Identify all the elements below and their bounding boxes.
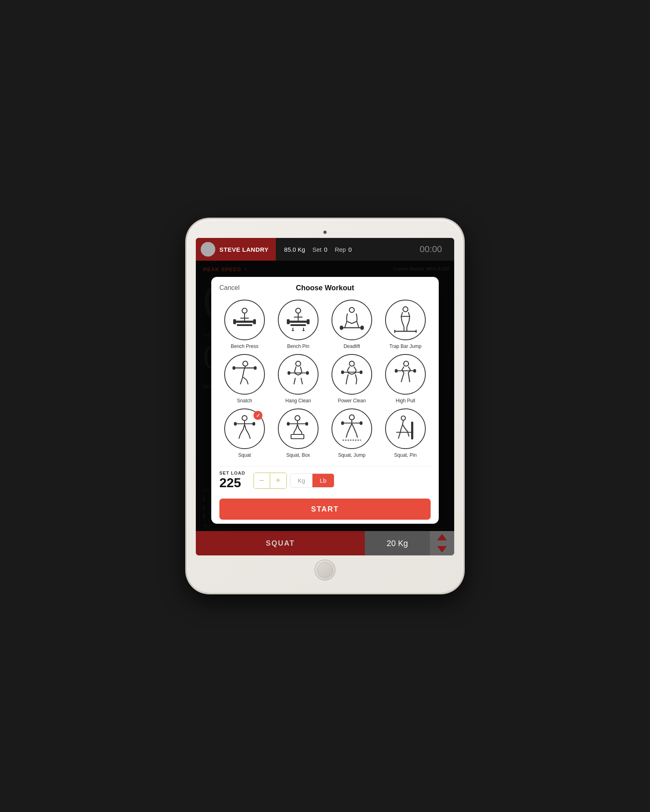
kg-unit-button[interactable]: Kg — [290, 474, 312, 487]
svg-rect-44 — [288, 371, 290, 375]
high-pull-label: High Pull — [396, 398, 415, 404]
bench-press-icon — [230, 306, 259, 334]
weight-value: 85.0 Kg — [284, 246, 305, 253]
rep-label: Rep — [335, 246, 346, 253]
squat-pin-icon-wrap — [385, 408, 426, 449]
hang-clean-icon — [284, 360, 312, 389]
svg-point-0 — [242, 308, 247, 313]
power-clean-label: Power Clean — [338, 398, 366, 404]
svg-point-69 — [349, 415, 354, 420]
svg-rect-38 — [254, 366, 257, 370]
svg-rect-77 — [411, 422, 413, 440]
power-clean-icon — [338, 360, 366, 389]
squat-box-icon-wrap — [278, 408, 318, 449]
increase-load-button[interactable]: + — [270, 473, 286, 488]
load-btn-group: − + — [254, 473, 287, 489]
exercise-item-power-clean[interactable]: Power Clean — [327, 354, 377, 404]
set-load-value: 225 — [219, 475, 245, 490]
svg-line-74 — [356, 433, 358, 438]
svg-rect-25 — [360, 326, 364, 330]
exercise-item-deadlift[interactable]: Deadlift — [327, 300, 377, 349]
svg-point-56 — [242, 416, 247, 421]
snatch-icon-wrap — [224, 354, 265, 395]
lb-unit-button[interactable]: Lb — [312, 474, 334, 487]
timer-display: 00:00 — [420, 244, 446, 255]
svg-point-26 — [403, 307, 408, 312]
svg-point-20 — [349, 307, 354, 312]
svg-rect-10 — [289, 321, 308, 323]
exercise-item-bench-pin[interactable]: Bench Pin — [273, 300, 323, 349]
exercise-item-squat-jump[interactable]: Squat, Jump — [327, 408, 377, 458]
svg-line-22 — [357, 322, 359, 328]
modal-overlay: Cancel Choose Workout — [196, 261, 454, 531]
svg-rect-3 — [253, 319, 256, 324]
squat-jump-label: Squat, Jump — [338, 452, 365, 458]
bottom-bar: SQUAT 20 Kg — [196, 531, 454, 555]
choose-workout-modal: Cancel Choose Workout — [211, 277, 439, 524]
svg-point-9 — [296, 308, 301, 313]
set-stat: Set 0 — [312, 246, 327, 253]
svg-line-79 — [399, 434, 400, 438]
set-label: Set — [312, 246, 322, 253]
weight-display: 20 Kg — [365, 531, 430, 555]
svg-point-42 — [296, 361, 301, 366]
unit-toggle: Kg Lb — [290, 473, 334, 488]
svg-rect-66 — [291, 434, 304, 439]
exercise-item-squat[interactable]: ✓ — [219, 408, 270, 458]
workout-type-button[interactable]: SQUAT — [196, 531, 365, 555]
exercise-item-snatch[interactable]: Snatch — [219, 354, 270, 404]
high-pull-icon-wrap — [385, 354, 426, 395]
exercise-grid: Bench Press — [219, 300, 431, 458]
exercise-item-squat-pin[interactable]: Squat, Pin — [380, 408, 431, 458]
tablet-shell: STEVE LANDRY 85.0 Kg Set 0 Rep 0 00:00 — [187, 219, 463, 593]
svg-line-40 — [243, 377, 247, 380]
svg-rect-45 — [306, 371, 309, 375]
home-button[interactable] — [314, 559, 336, 581]
home-button-inner — [317, 562, 333, 578]
modal-title: Choose Workout — [296, 284, 354, 292]
set-load-info: SET LOAD 225 — [219, 471, 245, 490]
svg-rect-51 — [360, 370, 362, 374]
weight-stat: 85.0 Kg — [284, 246, 305, 253]
weight-decrease-button[interactable] — [430, 543, 454, 555]
deadlift-label: Deadlift — [344, 343, 360, 349]
arrow-up-icon — [437, 534, 447, 540]
svg-rect-37 — [232, 366, 235, 370]
trap-bar-jump-icon — [391, 306, 420, 334]
header-stats: 85.0 Kg Set 0 Rep 0 00:00 — [276, 244, 454, 255]
selected-badge: ✓ — [254, 411, 262, 420]
exercise-item-hang-clean[interactable]: Hang Clean — [273, 354, 323, 404]
weight-increase-button[interactable] — [430, 531, 454, 543]
modal-body: Bench Press — [211, 296, 439, 524]
deadlift-icon-wrap — [332, 300, 372, 340]
svg-point-48 — [349, 361, 354, 366]
snatch-icon — [230, 360, 259, 389]
svg-line-61 — [249, 434, 251, 439]
svg-point-35 — [243, 361, 248, 366]
svg-line-47 — [301, 378, 303, 384]
start-button[interactable]: START — [219, 499, 431, 520]
tablet-screen: STEVE LANDRY 85.0 Kg Set 0 Rep 0 00:00 — [196, 238, 454, 555]
header-bar: STEVE LANDRY 85.0 Kg Set 0 Rep 0 00:00 — [196, 238, 454, 261]
trap-bar-jump-icon-wrap — [385, 300, 426, 340]
decrease-load-button[interactable]: − — [254, 473, 270, 488]
set-load-label: SET LOAD — [219, 471, 245, 475]
cancel-button[interactable]: Cancel — [219, 284, 240, 292]
exercise-item-trap-bar-jump[interactable]: Trap Bar Jump — [380, 300, 431, 349]
exercise-item-high-pull[interactable]: High Pull — [380, 354, 431, 404]
svg-point-62 — [295, 416, 300, 421]
bench-press-label: Bench Press — [231, 343, 258, 349]
svg-rect-64 — [287, 422, 290, 425]
svg-rect-2 — [233, 319, 236, 324]
rep-value: 0 — [348, 246, 351, 253]
exercise-item-bench-press[interactable]: Bench Press — [219, 300, 270, 349]
squat-jump-icon-wrap — [332, 408, 372, 449]
squat-jump-icon — [338, 415, 366, 443]
svg-line-29 — [407, 322, 409, 327]
exercise-item-squat-box[interactable]: Squat, Box — [273, 408, 323, 458]
svg-rect-55 — [413, 369, 416, 373]
load-controls: − + Kg Lb — [254, 473, 334, 489]
svg-rect-72 — [360, 421, 362, 425]
svg-rect-54 — [395, 369, 398, 373]
svg-rect-71 — [341, 421, 344, 425]
